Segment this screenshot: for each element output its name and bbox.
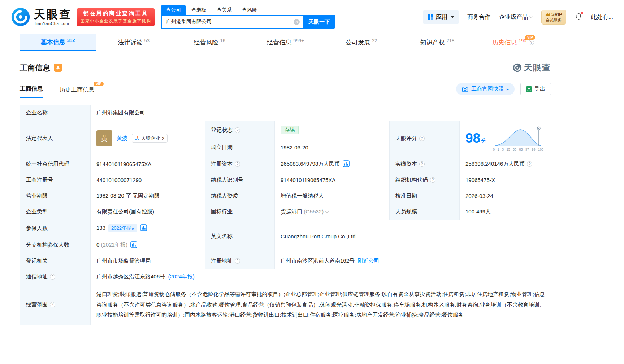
value-taxpayer-qualification: 增值税一般纳税人 <box>275 188 390 204</box>
tab-company-development[interactable]: 公司发展22 <box>324 34 399 51</box>
value-english-name: Guangzhou Port Group Co.,Ltd. <box>275 220 551 253</box>
table-row: 企业类型 有限责任公司(国有控股) 国标行业 货运港口 (G5532) 人员规模… <box>20 204 551 220</box>
label-paid-capital: 实缴资本? <box>390 156 460 172</box>
value-business-term: 1982-03-20 至 无固定期限 <box>91 188 205 204</box>
table-row: 经营范围? 港口理货;装卸搬运;普通货物仓储服务（不含危险化学品等需许可审批的项… <box>20 285 551 325</box>
label-branch-insured-count: 分支机构参保人数 <box>20 237 91 253</box>
arrow-right-icon: ▸ <box>132 226 135 231</box>
help-icon[interactable]: ? <box>419 136 425 141</box>
value-company-type: 有限责任公司(国有控股) <box>91 204 205 220</box>
label-legal-representative: 法定代表人 <box>20 121 91 156</box>
table-row: 通信地址? 广州市越秀区沿江东路406号 (2024年报) <box>20 269 551 285</box>
grid-apps-icon <box>428 14 433 20</box>
table-row: 企业名称 广州港集团有限公司 <box>20 105 551 121</box>
help-icon[interactable]: ? <box>235 127 240 133</box>
clear-search-icon[interactable]: × <box>294 19 300 25</box>
help-icon[interactable]: ? <box>235 161 240 167</box>
search-button[interactable]: 天眼一下 <box>303 15 335 29</box>
apps-button[interactable]: 应用 <box>423 10 459 24</box>
header-right-nav: 应用 商务合作 企业级产品 SVIP 会员服务 此处有... <box>423 10 613 25</box>
annual-report-link[interactable]: (2024年报) <box>168 273 194 280</box>
arrow-right-icon: ▸ <box>507 87 509 92</box>
bar-chart-icon[interactable] <box>130 241 137 248</box>
tianyancha-logo[interactable]: 天眼查 TianYanCha.com <box>11 7 72 27</box>
value-branch-insured-count: 0 (2022年报) <box>91 237 205 253</box>
annual-report-badge[interactable]: 2022年报▸ <box>108 224 137 232</box>
legal-rep-avatar[interactable]: 黄 <box>96 130 112 146</box>
value-registration-status: 存续 <box>275 121 390 139</box>
value-registered-address: 广州市南沙区港前大道南162号 附近公司 <box>275 253 551 269</box>
tab-legal-proceedings[interactable]: 法律诉讼53 <box>96 34 172 51</box>
label-english-name: 英文名称 <box>205 220 275 253</box>
company-info-table: 企业名称 广州港集团有限公司 法定代表人 黄 黄波 关联企业 <box>20 105 551 325</box>
value-paid-capital: 258398.240146万人民币? <box>460 156 551 172</box>
header-more-text[interactable]: 此处有... <box>591 13 613 21</box>
tab-basic-info[interactable]: 基本信息312 <box>20 34 96 51</box>
subscribe-bell-button[interactable] <box>54 64 62 72</box>
label-business-term: 营业期限 <box>20 188 91 204</box>
brand-name: 天眼查 <box>34 8 72 21</box>
value-org-code: 19065475-X <box>460 172 551 188</box>
help-icon[interactable]: ? <box>419 161 425 167</box>
search-tab-relation[interactable]: 查关系 <box>217 5 232 15</box>
value-legal-representative: 黄 黄波 关联企业 2 <box>91 121 205 156</box>
company-nav-tabs: 基本信息312 法律诉讼53 经营风险16 经营信息999+ 公司发展22 知识… <box>20 34 551 51</box>
value-tianyan-score: 98分 0131550859799100 <box>460 121 551 156</box>
table-row: 工商注册号 440101000071290 纳税人识别号 91440101190… <box>20 172 551 188</box>
label-registration-number: 工商注册号 <box>20 172 91 188</box>
legal-rep-link[interactable]: 黄波 <box>117 135 127 142</box>
section-title: 工商信息 <box>20 63 50 73</box>
subtab-history-business-info[interactable]: 历史工商信息 VIP <box>60 86 94 98</box>
search-tab-boss[interactable]: 查老板 <box>191 5 207 15</box>
related-companies-badge[interactable]: 关联企业 2 <box>132 134 168 143</box>
score-distribution-chart: 0131550859799100 <box>493 125 543 151</box>
search-input[interactable] <box>162 19 303 25</box>
nearby-companies-link[interactable]: 附近公司 <box>358 257 379 264</box>
bar-chart-icon[interactable] <box>140 224 147 231</box>
help-icon[interactable]: ? <box>235 258 240 264</box>
svip-membership-badge[interactable]: SVIP 会员服务 <box>541 10 566 25</box>
help-icon[interactable]: ? <box>50 302 55 307</box>
table-row: 统一社会信用代码 9144010119065475XA 注册资本? 265083… <box>20 156 551 172</box>
tab-operating-risk[interactable]: 经营风险16 <box>172 34 247 51</box>
bell-icon <box>56 65 60 70</box>
notifications-button[interactable] <box>575 13 582 22</box>
vip-badge: VIP <box>525 35 535 40</box>
apps-label: 应用 <box>436 13 447 21</box>
label-company-type: 企业类型 <box>20 204 91 220</box>
label-registered-capital: 注册资本? <box>205 156 275 172</box>
label-credit-code: 统一社会信用代码 <box>20 156 91 172</box>
svip-label: SVIP <box>551 12 562 17</box>
business-cooperation-link[interactable]: 商务合作 <box>467 13 490 21</box>
excel-icon <box>526 86 532 92</box>
help-icon[interactable]: ? <box>529 40 534 45</box>
brand-domain: TianYanCha.com <box>34 21 72 26</box>
chevron-down-icon <box>325 209 329 213</box>
label-taxpayer-id: 纳税人识别号 <box>205 172 275 188</box>
export-button[interactable]: 导出 <box>520 83 551 95</box>
label-tianyan-score: 天眼评分? <box>390 121 460 156</box>
search-tab-company[interactable]: 查公司 <box>161 5 186 15</box>
value-establish-date: 1982-03-20 <box>275 139 390 156</box>
label-org-code: 组织机构代码? <box>390 172 460 188</box>
subtab-business-info[interactable]: 工商信息 <box>20 85 43 98</box>
camera-icon <box>462 86 468 92</box>
bar-chart-icon[interactable] <box>343 160 350 167</box>
search-tabs: 查公司 查老板 查关系 查风险 <box>161 5 335 15</box>
tianyancha-logo-icon <box>513 63 522 72</box>
promo-line2: 国家中小企业发展子基金旗下机构 <box>81 18 151 24</box>
top-header: 天眼查 TianYanCha.com 都在用的商业查询工具 国家中小企业发展子基… <box>0 0 624 34</box>
label-staff-size: 人员规模 <box>390 204 460 220</box>
search-tab-risk[interactable]: 查风险 <box>242 5 257 15</box>
help-icon[interactable]: ? <box>50 274 55 280</box>
tab-business-info[interactable]: 经营信息999+ <box>247 34 323 51</box>
help-icon[interactable]: ? <box>430 177 436 183</box>
value-national-industry[interactable]: 货运港口 (G5532) <box>275 204 390 220</box>
enterprise-products-link[interactable]: 企业级产品 <box>499 13 533 21</box>
tianyancha-logo-icon <box>11 7 30 27</box>
help-icon[interactable]: ? <box>527 161 532 167</box>
official-snapshot-button[interactable]: 工商官网快照 ▸ <box>456 83 515 95</box>
tab-intellectual-property[interactable]: 知识产权218 <box>399 34 475 51</box>
tab-history-info[interactable]: VIP 历史信息190 ? <box>475 34 551 51</box>
chevron-down-icon <box>530 14 533 18</box>
